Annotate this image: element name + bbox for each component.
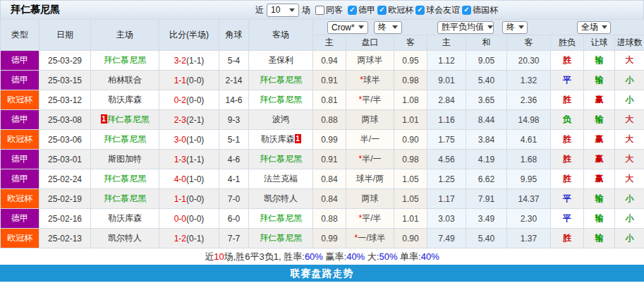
recent-count-select[interactable]: 10 (267, 4, 299, 17)
handicap-result: 赢 (584, 90, 615, 110)
filter-checkbox-group[interactable]: 德甲 (348, 4, 375, 16)
filter-checkbox-group[interactable]: 球会友谊 (415, 4, 460, 16)
match-date: 25-03-15 (40, 71, 91, 90)
subcol-odds-home: 主 (313, 35, 346, 51)
table-row: 欧冠杯25-02-19拜仁慕尼黑1-1(0-0)7-0凯尔特人0.84两球1.0… (1, 189, 644, 209)
handicap-line: *半/一 (346, 150, 394, 169)
odds-away: 0.98 (394, 150, 427, 169)
odds-loss: 14.37 (507, 189, 551, 209)
odds-draw: 4.19 (466, 150, 507, 169)
odds-win: 1.17 (427, 189, 466, 209)
odds-away: 0.98 (394, 71, 427, 90)
match-date: 25-03-06 (40, 130, 91, 150)
goals-result: 大 (615, 110, 644, 130)
subcol-cover: 让球 (584, 35, 615, 51)
result-badge: 胜 (551, 51, 584, 71)
chevron-down-icon (602, 25, 607, 29)
checkbox-icon[interactable] (462, 6, 471, 15)
corners: 6-0 (219, 209, 249, 229)
goals-result: 大 (615, 169, 644, 189)
checkbox-icon[interactable] (348, 6, 357, 15)
odds-draw: 3.84 (466, 130, 507, 150)
match-history-panel: 拜仁慕尼黑 近 10 场 同客 德甲欧冠杯球会友谊德国杯 类型 (0, 0, 644, 288)
odds-win: 1.12 (427, 51, 466, 71)
score: 1-1(0-0) (159, 189, 219, 209)
odds-loss: 4.61 (507, 130, 551, 150)
odds-win: 7.49 (427, 229, 466, 248)
period-select[interactable]: 全场 (577, 21, 611, 34)
top-bar: 拜仁慕尼黑 近 10 场 同客 德甲欧冠杯球会友谊德国杯 (0, 0, 644, 19)
table-row: 德甲25-02-24拜仁慕尼黑4-0(1-0)4-1法兰克福0.84球半/两1.… (1, 169, 644, 189)
score: 3-0(1-0) (159, 130, 219, 150)
col-header-home: 主场 (91, 20, 159, 51)
checkbox-icon[interactable] (415, 6, 425, 15)
away-team: 拜仁慕尼黑 (249, 209, 313, 229)
same-away-checkbox-group[interactable]: 同客 (315, 4, 343, 16)
average-time-select[interactable]: 终 (502, 21, 528, 34)
odds-away: 1.01 (394, 209, 427, 229)
odds-win: 3.03 (427, 209, 466, 229)
odds-draw: 9.05 (466, 51, 507, 71)
away-team: 勒沃库森1 (249, 130, 313, 150)
col-header-score: 比分(半场) (159, 20, 219, 51)
away-team: 波鸿 (249, 110, 313, 130)
filter-checkbox-group[interactable]: 欧冠杯 (377, 4, 413, 16)
home-team: 斯图加特 (91, 150, 159, 169)
red-card-badge: 1 (101, 114, 107, 124)
subcol-handicap: 盘口 (346, 35, 394, 51)
match-type: 欧冠杯 (1, 90, 40, 110)
checkbox-icon[interactable] (377, 6, 387, 15)
handicap-result: 输 (584, 229, 615, 248)
chevron-down-icon (358, 25, 364, 29)
odds-loss: 20.30 (507, 51, 551, 71)
odds-draw: 5.40 (466, 71, 507, 90)
away-team: 圣保利 (249, 51, 313, 71)
odds-home: 0.91 (313, 71, 346, 90)
odds-home: 0.84 (313, 169, 346, 189)
summary-segment: 近 (205, 251, 214, 262)
filter-checkbox-group[interactable]: 德国杯 (462, 4, 498, 16)
handicap-result: 赢 (584, 169, 615, 189)
goals-result: 大 (615, 130, 644, 150)
score: 1-3(1-1) (159, 150, 219, 169)
summary-segment: 10 (214, 251, 224, 262)
summary-line: 近10场,胜6平3负1, 胜率:60% 赢率:40% 大:50% 单率:40% (0, 248, 644, 265)
odds-away: 1.01 (394, 110, 427, 130)
goals-result: 小 (615, 209, 644, 229)
bookmaker-select[interactable]: Crow* (327, 21, 368, 34)
result-badge: 负 (551, 110, 584, 130)
corners: 7-0 (219, 189, 249, 209)
odds-draw: 8.44 (466, 110, 507, 130)
summary-segment: 赢率: (323, 251, 346, 262)
odds-home: 0.99 (313, 229, 346, 248)
odds-average-select[interactable]: 胜平负均值 (437, 21, 494, 34)
table-row: 德甲25-03-29拜仁慕尼黑3-2(1-1)5-4圣保利0.94两球半0.95… (1, 51, 644, 71)
handicap-line: 球半/两 (346, 169, 394, 189)
odds-home: 0.94 (313, 51, 346, 71)
subcol-odds-away: 客 (394, 35, 427, 51)
home-team: 拜仁慕尼黑 (91, 189, 159, 209)
match-date: 25-02-19 (40, 189, 91, 209)
filter-label: 德甲 (358, 4, 375, 16)
handicap-line: *球半 (346, 71, 394, 90)
odds-selects-row: Crow* 终 胜平负均值 终 (313, 20, 644, 35)
home-team: 拜仁慕尼黑 (91, 130, 159, 150)
match-type: 欧冠杯 (1, 189, 40, 209)
score: 1-2(0-1) (159, 229, 219, 248)
result-badge: 胜 (551, 229, 584, 248)
odds-draw: 3.65 (466, 90, 507, 110)
filter-label: 球会友谊 (426, 4, 460, 16)
odds-loss: 1.32 (507, 71, 551, 90)
match-date: 25-03-08 (40, 110, 91, 130)
handicap-time-select[interactable]: 终 (374, 21, 402, 34)
goals-result: 大 (615, 51, 644, 71)
table-row: 欧冠杯25-02-13凯尔特人1-2(0-1)7-7拜仁慕尼黑0.99*一/球半… (1, 229, 644, 248)
odds-loss: 14.98 (507, 110, 551, 130)
away-team: 法兰克福 (249, 169, 313, 189)
result-badge: 胜 (551, 169, 584, 189)
checkbox-icon[interactable] (315, 6, 324, 15)
odds-home: 0.84 (313, 189, 346, 209)
corners: 2-14 (219, 71, 249, 90)
score: 3-2(1-1) (159, 51, 219, 71)
league-trend-bar[interactable]: 联赛盘路走势 (0, 265, 644, 282)
